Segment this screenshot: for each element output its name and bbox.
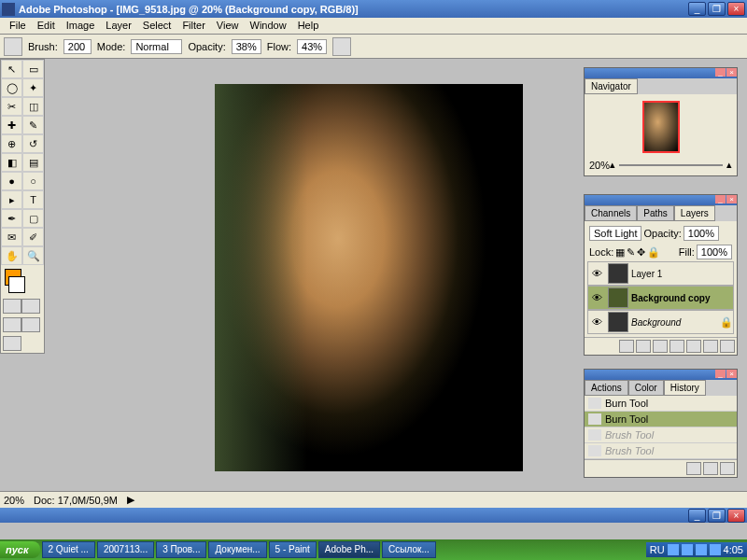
tab-actions[interactable]: Actions — [585, 380, 628, 396]
panel-min-button[interactable]: _ — [715, 195, 726, 203]
move-tool[interactable]: ↖ — [1, 60, 22, 78]
navigator-zoom[interactable]: 20% — [589, 160, 610, 171]
quickmask-mode[interactable] — [21, 299, 40, 314]
eyedropper-tool[interactable]: ✐ — [22, 228, 44, 246]
minimize-button[interactable]: _ — [688, 2, 706, 16]
new-layer-button[interactable] — [703, 340, 718, 353]
layer-thumbnail[interactable] — [608, 287, 628, 308]
gradient-tool[interactable]: ▤ — [22, 153, 44, 172]
wand-tool[interactable]: ✦ — [22, 78, 44, 97]
taskbar-item[interactable]: 2007113... — [97, 541, 154, 558]
taskbar-item[interactable]: 3 Пров... — [156, 541, 206, 558]
tab-history[interactable]: History — [664, 380, 706, 396]
visibility-icon[interactable]: 👁 — [588, 268, 605, 279]
doc-restore-button[interactable]: ❐ — [708, 509, 726, 523]
menu-select[interactable]: Select — [137, 18, 177, 34]
tab-layers[interactable]: Layers — [674, 205, 715, 221]
panel-close-button[interactable]: × — [726, 195, 737, 203]
doc-minimize-button[interactable]: _ — [688, 509, 706, 523]
zoom-tool[interactable]: 🔍 — [22, 246, 44, 265]
blend-mode-dropdown[interactable]: Soft Light — [589, 226, 641, 241]
visibility-icon[interactable]: 👁 — [588, 316, 605, 328]
navigator-thumbnail[interactable] — [642, 101, 680, 153]
snapshot-button[interactable] — [703, 462, 718, 475]
tray-icon[interactable] — [696, 544, 707, 555]
menu-edit[interactable]: Edit — [32, 18, 61, 34]
visibility-icon[interactable]: 👁 — [588, 292, 605, 303]
shape-tool[interactable]: ▢ — [22, 209, 44, 228]
layer-name[interactable]: Background — [631, 317, 720, 328]
layer-style-button[interactable] — [636, 340, 651, 353]
layer-name[interactable]: Layer 1 — [631, 269, 733, 279]
tray-icon[interactable] — [710, 544, 721, 555]
layer-fill[interactable]: 100% — [697, 245, 732, 259]
notes-tool[interactable]: ✉ — [1, 228, 22, 246]
slice-tool[interactable]: ◫ — [22, 97, 44, 116]
link-layer-button[interactable] — [619, 340, 634, 353]
brush-size[interactable]: 200 — [63, 39, 92, 54]
lock-transparency-icon[interactable]: ▦ — [615, 246, 625, 259]
menu-window[interactable]: Window — [245, 18, 292, 34]
panel-close-button[interactable]: × — [726, 68, 737, 77]
tray-icon[interactable] — [682, 544, 693, 555]
panel-min-button[interactable]: _ — [715, 370, 726, 378]
color-swatches[interactable] — [1, 265, 44, 297]
taskbar-item[interactable]: 5 - Paint — [269, 541, 317, 558]
screen-mode-1[interactable] — [3, 317, 21, 332]
zoom-in-icon[interactable]: ▴ — [726, 159, 732, 171]
brush-tool[interactable]: ✎ — [22, 116, 44, 134]
history-item[interactable]: Burn Tool — [585, 396, 737, 412]
path-tool[interactable]: ▸ — [1, 190, 22, 209]
standard-mode[interactable] — [3, 299, 21, 314]
tab-navigator[interactable]: Navigator — [585, 78, 638, 94]
status-zoom[interactable]: 20% — [4, 495, 24, 506]
layer-mask-button[interactable] — [653, 340, 668, 353]
new-set-button[interactable] — [669, 340, 684, 353]
marquee-tool[interactable]: ▭ — [22, 60, 44, 78]
adjustment-button[interactable] — [686, 340, 701, 353]
history-item[interactable]: Brush Tool — [585, 443, 737, 459]
stamp-tool[interactable]: ⊕ — [1, 134, 22, 153]
screen-mode-2[interactable] — [21, 317, 40, 332]
close-button[interactable]: × — [727, 2, 745, 16]
panel-close-button[interactable]: × — [726, 370, 737, 378]
background-color[interactable] — [8, 276, 25, 293]
crop-tool[interactable]: ✂ — [1, 97, 22, 116]
status-arrow-icon[interactable]: ▶ — [127, 494, 134, 506]
eraser-tool[interactable]: ◧ — [1, 153, 22, 172]
panel-min-button[interactable]: _ — [715, 68, 726, 77]
layer-name[interactable]: Background copy — [631, 293, 733, 303]
lock-position-icon[interactable]: ✥ — [637, 246, 645, 259]
doc-close-button[interactable]: × — [727, 509, 745, 523]
blur-tool[interactable]: ● — [1, 172, 22, 190]
layer-row[interactable]: 👁 Background 🔒 — [587, 310, 734, 334]
menu-image[interactable]: Image — [61, 18, 101, 34]
airbrush-icon[interactable] — [332, 37, 351, 56]
flow-value[interactable]: 43% — [297, 39, 327, 54]
language-indicator[interactable]: RU — [650, 544, 665, 555]
start-button[interactable]: пуск — [0, 541, 40, 558]
taskbar-item[interactable]: Ссылок... — [382, 541, 436, 558]
layer-opacity[interactable]: 100% — [684, 226, 719, 241]
layer-thumbnail[interactable] — [608, 312, 628, 332]
menu-layer[interactable]: Layer — [100, 18, 137, 34]
lasso-tool[interactable]: ◯ — [1, 78, 22, 97]
history-item[interactable]: Burn Tool — [585, 412, 737, 427]
type-tool[interactable]: T — [22, 190, 44, 209]
opacity-value[interactable]: 38% — [232, 39, 261, 54]
maximize-button[interactable]: ❐ — [708, 2, 726, 16]
layer-thumbnail[interactable] — [608, 263, 628, 284]
menu-help[interactable]: Help — [292, 18, 325, 34]
menu-view[interactable]: View — [211, 18, 245, 34]
dodge-tool[interactable]: ○ — [22, 172, 44, 190]
tray-icon[interactable] — [668, 544, 679, 555]
menu-filter[interactable]: Filter — [176, 18, 210, 34]
history-brush[interactable]: ↺ — [22, 134, 44, 153]
lock-all-icon[interactable]: 🔒 — [647, 246, 660, 259]
layer-row[interactable]: 👁 Layer 1 — [587, 261, 734, 286]
taskbar-item[interactable]: Докумен... — [208, 541, 266, 558]
taskbar-item[interactable]: Adobe Ph... — [318, 541, 380, 558]
delete-layer-button[interactable] — [720, 340, 735, 353]
tab-color[interactable]: Color — [628, 380, 664, 396]
menu-file[interactable]: File — [4, 18, 32, 34]
